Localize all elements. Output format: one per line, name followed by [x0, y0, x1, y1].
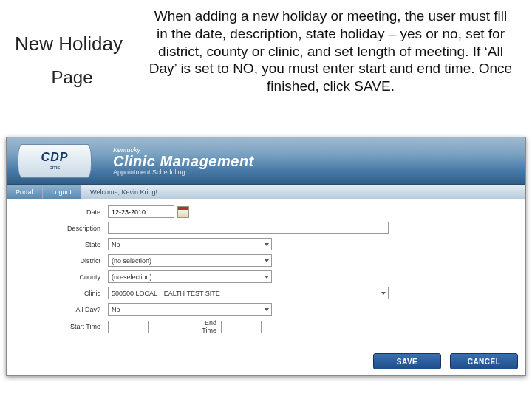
- district-select-value: (no selection): [112, 257, 151, 265]
- clinic-select-value: 500500 LOCAL HEALTH TEST SITE: [112, 290, 220, 297]
- tab-logout[interactable]: Logout: [43, 185, 82, 199]
- app-window: CDP cms Kentucky Clinic Management Appoi…: [6, 137, 526, 376]
- tab-portal[interactable]: Portal: [7, 185, 43, 199]
- calendar-icon[interactable]: [177, 206, 189, 218]
- cancel-button[interactable]: CANCEL: [450, 353, 518, 369]
- save-button[interactable]: SAVE: [373, 353, 441, 369]
- logo-big-text: CDP: [41, 151, 69, 164]
- banner-text: Kentucky Clinic Management Appointment S…: [113, 146, 254, 176]
- label-state: State: [16, 241, 108, 248]
- form-area: Date Description State No District (no s…: [7, 200, 525, 341]
- state-select[interactable]: No: [108, 238, 272, 250]
- chevron-down-icon: [381, 292, 386, 295]
- end-time-input[interactable]: [221, 321, 262, 333]
- allday-select-value: No: [112, 306, 120, 313]
- label-end-time: End Time: [193, 319, 221, 334]
- state-select-value: No: [112, 241, 120, 248]
- district-select[interactable]: (no selection): [108, 254, 272, 267]
- clinic-select[interactable]: 500500 LOCAL HEALTH TEST SITE: [108, 287, 389, 299]
- description-input[interactable]: [108, 222, 389, 234]
- app-logo: CDP cms: [18, 144, 92, 178]
- button-bar: SAVE CANCEL: [373, 353, 518, 369]
- label-start-time: Start Time: [16, 323, 108, 330]
- app-banner: CDP cms Kentucky Clinic Management Appoi…: [7, 137, 525, 185]
- allday-select[interactable]: No: [108, 303, 272, 316]
- chevron-down-icon: [265, 276, 269, 279]
- banner-subtitle: Appointment Scheduling: [113, 168, 254, 176]
- slide-title-block: New Holiday Page: [15, 7, 144, 95]
- welcome-text: Welcome, Kevin Kring!: [90, 185, 157, 199]
- label-allday: All Day?: [16, 306, 108, 313]
- banner-kentucky: Kentucky: [113, 146, 254, 154]
- slide-title-1: New Holiday: [15, 33, 144, 55]
- chevron-down-icon: [265, 308, 269, 311]
- start-time-input[interactable]: [108, 321, 149, 333]
- label-county: County: [16, 273, 108, 281]
- label-district: District: [16, 257, 108, 265]
- label-clinic: Clinic: [16, 290, 108, 297]
- county-select[interactable]: (no-selection): [108, 270, 272, 283]
- tab-bar: Portal Logout Welcome, Kevin Kring!: [7, 185, 525, 200]
- county-select-value: (no-selection): [112, 273, 152, 281]
- banner-title: Clinic Management: [113, 154, 254, 168]
- logo-small-text: cms: [50, 164, 61, 171]
- logo-wrap: CDP cms: [11, 140, 98, 182]
- chevron-down-icon: [265, 259, 269, 262]
- date-input[interactable]: [108, 205, 174, 218]
- chevron-down-icon: [265, 243, 269, 246]
- slide-description: When adding a new holiday or meeting, th…: [144, 7, 517, 95]
- label-date: Date: [16, 208, 108, 216]
- label-description: Description: [16, 225, 108, 232]
- slide-title-2: Page: [15, 67, 144, 88]
